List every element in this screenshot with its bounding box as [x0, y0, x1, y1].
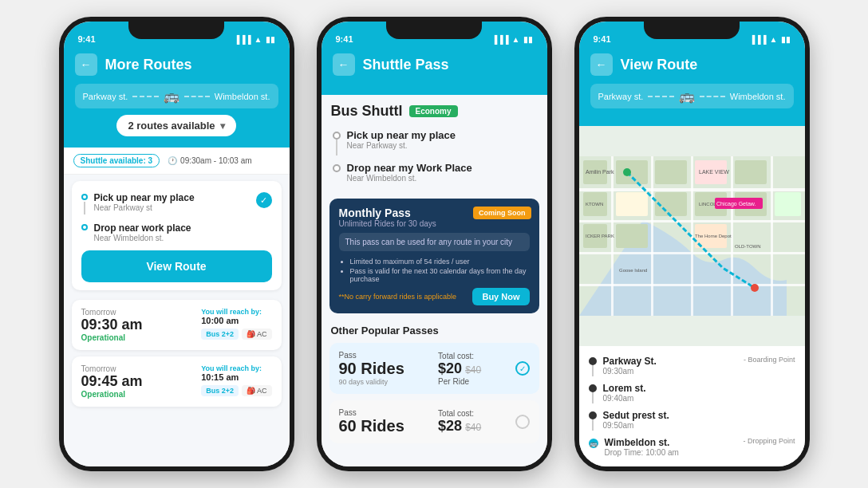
stop-circle-2 [589, 384, 597, 392]
pass-2-radio-icon [515, 415, 530, 429]
trip-2-tag-1: Bus 2+2 [201, 385, 239, 396]
trip-2-reach-label: You will reach by: [201, 364, 271, 372]
coming-soon-badge: Coming Soon [473, 207, 531, 219]
pickup-dot [333, 132, 341, 140]
buy-now-button[interactable]: Buy Now [472, 288, 529, 305]
stop-dot-2-container [81, 222, 88, 230]
trip-1-status: Operational [81, 333, 143, 342]
trip-card-2: Tomorrow 09:45 am Operational You will r… [72, 356, 282, 407]
pickup-name: Pick up near my place [347, 129, 456, 141]
back-button[interactable]: ← [75, 53, 97, 76]
phone-1-body: Shuttle available: 3 🕐 09:30am - 10:03 a… [64, 148, 290, 466]
stop-line-2 [592, 392, 594, 403]
phones-container: 9:41 ▐▐▐ ▲ ▮▮ ← More Routes Parkway st. … [0, 0, 868, 488]
shuttle-info-bar: Shuttle available: 3 🕐 09:30am - 10:03 a… [64, 148, 290, 175]
stop-2-content: Lorem st. 09:40am [603, 383, 795, 403]
trip-1-left: Tomorrow 09:30 am Operational [81, 308, 143, 342]
monthly-pass-sub: Unlimited Rides for 30 days [339, 219, 530, 228]
pickup-text: Pick up near my place Near Parkway st. [347, 129, 456, 150]
route-from: Parkway st. [83, 92, 128, 101]
phone-3-header: ← View Route Parkway st. 🚌 Wimbeldon st. [579, 47, 805, 126]
phone-3-bus-icon: 🚌 [679, 89, 695, 104]
map-area[interactable]: Amilin Park LAKE VIEW KTOWN LINCOLN PARK… [579, 126, 805, 346]
trip-2-time: 09:45 am [81, 373, 143, 390]
phone-2-status-icons: ▐▐▐ ▲ ▮▮ [491, 35, 532, 44]
battery-icon: ▮▮ [266, 35, 275, 44]
route-card: Pick up near my place Near Parkway st ✓ … [72, 181, 282, 290]
battery-icon-2: ▮▮ [523, 35, 533, 44]
phone-3-status-icons: ▐▐▐ ▲ ▮▮ [749, 35, 790, 44]
phone-1-header-row: ← More Routes [75, 53, 278, 76]
battery-icon-3: ▮▮ [781, 35, 791, 44]
carry-fwd-text: **No carry forward rides is applicable [339, 293, 457, 301]
phone-2-title: Shuttle Pass [363, 57, 449, 73]
stop-line-3 [592, 419, 594, 431]
trip-2-top: Tomorrow 09:45 am Operational You will r… [81, 364, 272, 399]
svg-text:Goose Island: Goose Island [619, 268, 647, 273]
phone-3-header-row: ← View Route [590, 53, 794, 76]
pass-card-2[interactable]: Pass 60 Rides Total cost: $28 $40 [329, 400, 539, 443]
routes-available-btn[interactable]: 2 routes available ▾ [116, 115, 235, 136]
pass-1-rides: 90 Rides [339, 360, 404, 378]
stop-circle-1 [589, 357, 597, 365]
svg-rect-12 [616, 160, 648, 184]
stop-dot-1 [81, 194, 88, 200]
route-line [132, 96, 158, 97]
stop-row-3: Sedut prest st. 09:50am [589, 407, 795, 434]
pass-2-rides: 60 Rides [339, 417, 404, 435]
pass-card-1[interactable]: Pass 90 Rides 90 days validity Total cos… [329, 343, 539, 394]
pass-2-cost: $28 [438, 418, 462, 435]
trip-1-tag-1: Bus 2+2 [201, 329, 239, 340]
route-stops-panel: Parkway St. 09:30am - Boarding Point Lor… [579, 346, 805, 466]
stop-4-content: Wimbeldon st. Drop Time: 10:00 am [605, 437, 737, 457]
chevron-down-icon: ▾ [220, 120, 225, 132]
route-line-2 [184, 96, 210, 97]
trip-1-tag-2: 🎒 AC [242, 329, 272, 340]
dropoff-text: Drop near my Work Place Near Wimbeldon s… [347, 162, 472, 183]
trip-1-right: You will reach by: 10:00 am Bus 2+2 🎒 AC [201, 308, 271, 340]
phone-2-back-button[interactable]: ← [333, 53, 355, 76]
trip-2-status: Operational [81, 390, 143, 399]
page-title: More Routes [105, 57, 192, 73]
stop-2-main-name: Lorem st. [603, 383, 795, 394]
pass-1-info: Pass 90 Rides 90 days validity [339, 351, 404, 386]
trip-1-reach-label: You will reach by: [201, 308, 271, 316]
phone-2-time: 9:41 [336, 34, 353, 44]
bus-name: Bus Shuttl [331, 103, 403, 120]
phone-3: 9:41 ▐▐▐ ▲ ▮▮ ← View Route Parkway st. 🚌… [574, 17, 810, 471]
routes-count: 2 routes available [128, 120, 215, 132]
pass-1-original: $40 [465, 364, 481, 376]
stop-2-name: Drop near work place [94, 222, 272, 234]
phone-1-status-icons: ▐▐▐ ▲ ▮▮ [234, 35, 274, 44]
trip-2-right: You will reach by: 10:15 am Bus 2+2 🎒 AC [201, 364, 271, 396]
dropoff-name: Drop near my Work Place [347, 162, 472, 174]
phone-1-notch [128, 22, 224, 39]
economy-badge: Economy [409, 105, 458, 117]
stop-1-name: Pick up near my place [94, 192, 250, 203]
phone-3-route-from: Parkway st. [598, 92, 644, 101]
svg-rect-15 [735, 160, 767, 184]
stop-indicator-2 [589, 383, 597, 403]
dropoff-sub: Near Wimbeldon st. [347, 174, 472, 183]
map-svg: Amilin Park LAKE VIEW KTOWN LINCOLN PARK… [579, 126, 805, 346]
route-strip: Parkway st. 🚌 Wimbeldon st. [75, 84, 278, 108]
monthly-footer: **No carry forward rides is applicable B… [339, 288, 530, 305]
pass-2-label: Pass [339, 408, 404, 417]
phone-2-header: ← Shuttle Pass [322, 47, 547, 95]
stop-3-content: Sedut prest st. 09:50am [603, 410, 795, 430]
pass-1-per-ride: Per Ride [438, 377, 481, 386]
view-route-button[interactable]: View Route [81, 250, 272, 282]
pass-1-check-icon: ✓ [515, 361, 530, 376]
trip-2-tag-2: 🎒 AC [242, 385, 272, 396]
stop-circle-4: 🚌 [589, 439, 598, 448]
pass-1-validity: 90 days validity [339, 378, 404, 386]
svg-rect-7 [651, 156, 653, 316]
dropoff-dot [333, 164, 341, 172]
stop-line-1 [592, 365, 594, 376]
bus-icon: 🚌 [164, 89, 180, 104]
bullet-2: Pass is valid for the next 30 calendar d… [350, 267, 530, 283]
bus-stop-icon: 🚌 [590, 440, 598, 447]
signal-icon-2: ▐▐▐ [491, 35, 508, 44]
phone-3-back-button[interactable]: ← [590, 53, 613, 76]
pickup-sub: Near Parkway st. [347, 141, 456, 150]
